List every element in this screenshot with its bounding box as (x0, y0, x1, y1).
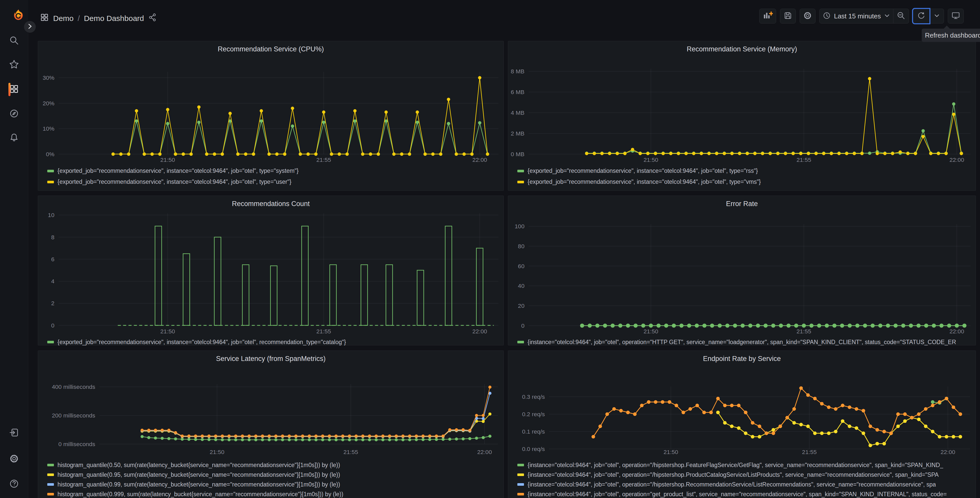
svg-text:2 MB: 2 MB (511, 130, 525, 137)
error-rate-chart-canvas[interactable]: 02040608010021:5021:5522:00 (508, 196, 976, 346)
legend-item[interactable]: {exported_job="recommendationservice", i… (47, 165, 494, 176)
sidebar-item-search[interactable] (6, 33, 22, 49)
sidebar-item-alerting[interactable] (6, 130, 22, 147)
svg-text:8 MB: 8 MB (511, 68, 525, 75)
sidebar-item-starred[interactable] (6, 57, 22, 73)
panel-error-rate: Error Rate 02040608010021:5021:5522:00 {… (508, 196, 976, 345)
sidebar-expand-button[interactable] (24, 21, 36, 33)
svg-text:0%: 0% (46, 151, 54, 158)
svg-text:21:50: 21:50 (161, 156, 175, 163)
panel-endpoint-rate: Endpoint Rate by Service 0.0 req/s0.1 re… (508, 351, 976, 498)
legend-swatch[interactable] (517, 493, 524, 495)
breadcrumb-root[interactable]: Demo (53, 14, 73, 23)
refresh-interval-picker[interactable] (930, 9, 944, 24)
monitor-icon (951, 11, 960, 21)
refresh-dashboard-button[interactable] (913, 9, 930, 24)
share-dashboard-icon[interactable] (148, 13, 157, 24)
legend-label: {exported_job="recommendationservice", i… (528, 168, 758, 174)
legend-item[interactable]: {instance="otelcol:9464", job="otel", op… (517, 337, 966, 347)
save-dashboard-button[interactable] (780, 9, 796, 24)
legend-item[interactable]: {instance="otelcol:9464", job="otel", op… (517, 480, 966, 489)
legend-item[interactable]: {instance="otelcol:9464", job="otel", op… (517, 460, 966, 470)
chevron-down-icon (934, 13, 940, 20)
sidebar (0, 0, 29, 498)
legend-item[interactable]: histogram_quantile(0.999, sum(rate(laten… (47, 489, 494, 498)
svg-text:21:55: 21:55 (344, 449, 358, 455)
legend-swatch[interactable] (47, 474, 54, 476)
sidebar-item-sign-in[interactable] (6, 425, 22, 441)
refresh-icon (916, 11, 926, 21)
time-range-label: Last 15 minutes (834, 12, 881, 20)
svg-text:20: 20 (518, 302, 525, 309)
help-icon (9, 479, 19, 490)
legend-item[interactable]: {exported_job="recommendationservice", i… (47, 337, 494, 347)
refresh-group (913, 9, 944, 24)
legend-swatch[interactable] (47, 181, 54, 183)
legend-item[interactable]: {instance="otelcol:9464", job="otel", op… (517, 489, 966, 498)
svg-text:22:00: 22:00 (941, 449, 955, 455)
recommendations-count-chart-canvas[interactable]: 024681021:5021:5522:00 (38, 196, 504, 346)
grafana-logo[interactable] (11, 9, 26, 24)
svg-text:60: 60 (518, 263, 525, 270)
legend-item[interactable]: {exported_job="recommendationservice", i… (517, 176, 966, 187)
svg-text:0: 0 (51, 322, 54, 329)
breadcrumb-current[interactable]: Demo Dashboard (84, 14, 144, 23)
sidebar-item-help[interactable] (6, 476, 22, 492)
legend-item[interactable]: {exported_job="recommendationservice", i… (517, 165, 966, 176)
svg-text:0.2 req/s: 0.2 req/s (522, 411, 545, 417)
tooltip-refresh-dashboard: Refresh dashboard (922, 29, 980, 42)
sidebar-item-dashboards[interactable] (6, 81, 22, 97)
svg-text:22:00: 22:00 (473, 156, 487, 163)
memory-chart-legend: {exported_job="recommendationservice", i… (517, 165, 966, 187)
svg-text:4: 4 (51, 278, 54, 284)
legend-label: {instance="otelcol:9464", job="otel", op… (528, 481, 936, 488)
legend-swatch[interactable] (47, 170, 54, 172)
toolbar-actions: Last 15 minutes (759, 9, 964, 24)
cpu-chart-legend: {exported_job="recommendationservice", i… (47, 165, 494, 187)
svg-text:20%: 20% (43, 100, 54, 107)
svg-text:6 MB: 6 MB (511, 89, 525, 95)
legend-item[interactable]: histogram_quantile(0.99, sum(rate(latenc… (47, 480, 494, 489)
sign-in-icon (9, 428, 19, 439)
legend-swatch[interactable] (47, 493, 54, 495)
legend-swatch[interactable] (517, 170, 524, 172)
svg-text:21:50: 21:50 (161, 328, 175, 335)
legend-swatch[interactable] (47, 464, 54, 466)
settings-gear-icon (803, 11, 812, 21)
sidebar-item-explore[interactable] (6, 106, 22, 122)
svg-text:22:00: 22:00 (949, 156, 964, 163)
breadcrumb: Demo / Demo Dashboard (40, 13, 157, 24)
svg-text:0.3 req/s: 0.3 req/s (522, 393, 545, 400)
svg-text:4 MB: 4 MB (511, 109, 525, 116)
svg-text:21:55: 21:55 (797, 328, 811, 335)
clock-icon (822, 11, 831, 21)
breadcrumb-separator: / (78, 14, 80, 23)
svg-text:21:50: 21:50 (663, 449, 678, 455)
legend-swatch[interactable] (517, 474, 524, 476)
legend-swatch[interactable] (517, 181, 524, 183)
time-range-picker[interactable]: Last 15 minutes (819, 9, 893, 24)
svg-text:40: 40 (518, 283, 525, 289)
sidebar-item-configuration[interactable] (6, 451, 22, 467)
dashboard-settings-button[interactable] (800, 9, 816, 24)
add-panel-button[interactable] (759, 9, 776, 24)
legend-label: {exported_job="recommendationservice", i… (57, 168, 299, 174)
svg-text:200 milliseconds: 200 milliseconds (52, 412, 95, 419)
legend-swatch[interactable] (47, 341, 54, 343)
legend-swatch[interactable] (517, 464, 524, 466)
add-panel-icon (763, 11, 773, 22)
legend-swatch[interactable] (517, 341, 524, 343)
error-rate-legend: {instance="otelcol:9464", job="otel", op… (517, 337, 966, 347)
cycle-view-mode-button[interactable] (948, 9, 964, 24)
zoom-out-time-button[interactable] (893, 9, 909, 24)
grafana-dashboard: Refresh dashboard Demo / Demo Dashboard (0, 0, 980, 498)
legend-swatch[interactable] (517, 483, 524, 486)
legend-item[interactable]: histogram_quantile(0.50, sum(rate(latenc… (47, 460, 494, 470)
legend-item[interactable]: {exported_job="recommendationservice", i… (47, 176, 494, 187)
svg-text:0.0 req/s: 0.0 req/s (522, 445, 545, 452)
legend-swatch[interactable] (47, 483, 54, 486)
legend-label: {exported_job="recommendationservice", i… (528, 179, 761, 185)
legend-item[interactable]: {instance="otelcol:9464", job="otel", op… (517, 470, 966, 480)
svg-text:21:55: 21:55 (316, 156, 331, 163)
legend-item[interactable]: histogram_quantile(0.95, sum(rate(latenc… (47, 470, 494, 480)
